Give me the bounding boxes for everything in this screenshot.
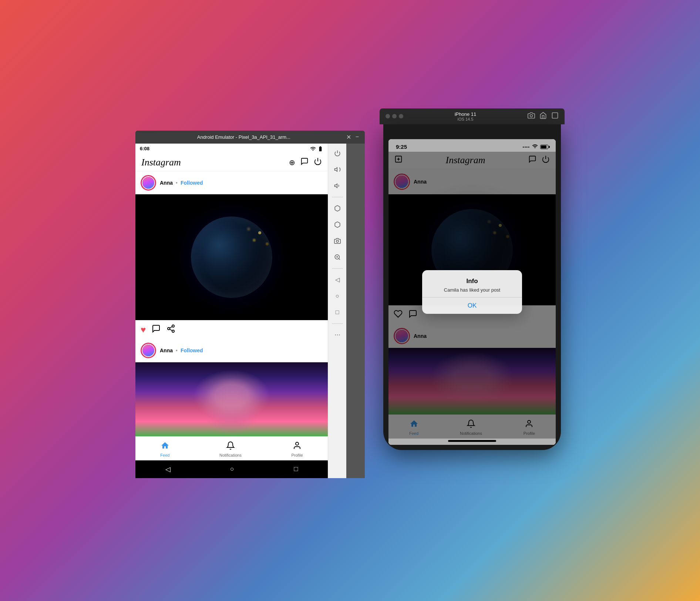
toolbar-home-btn[interactable]: ○ [331, 289, 344, 303]
android-emulator: Android Emulator - Pixel_3a_API_31_arm..… [135, 131, 365, 478]
post2-username: Anna [160, 347, 173, 353]
iphone-notch-area [388, 124, 556, 139]
svg-point-2 [168, 328, 170, 330]
svg-point-15 [530, 114, 533, 117]
sim-home-btn[interactable] [539, 112, 547, 121]
alert-dialog: Info Camila has liked your post OK [422, 270, 522, 314]
post1-dot: • [176, 180, 178, 186]
iphone-notch [446, 124, 498, 135]
iphone-device: 9:25 •••• [383, 124, 561, 450]
post2-followed[interactable]: Followed [181, 347, 203, 353]
emulator-title: Android Emulator - Pixel_3a_API_31_arm..… [141, 134, 346, 140]
toolbar-rotate-right-btn[interactable] [331, 218, 344, 231]
toolbar-divider-3 [332, 323, 343, 324]
svg-point-10 [336, 240, 339, 242]
notifications-icon [226, 441, 235, 452]
instagram-header: Instagram ⊕ [135, 154, 328, 171]
window-controls: ✕ − [346, 134, 359, 141]
sim-dot-1 [386, 114, 390, 118]
toolbar-rotate-left-btn[interactable] [331, 202, 344, 215]
sim-dots [386, 114, 403, 118]
emulator-toolbar: ◁ ○ □ ⋯ [328, 144, 346, 478]
toolbar-divider-1 [332, 197, 343, 197]
svg-marker-8 [334, 167, 337, 171]
comment-icon[interactable] [152, 324, 161, 335]
alert-content: Info Camila has liked your post [422, 270, 522, 297]
messages-icon[interactable] [300, 157, 309, 167]
post1-username: Anna [160, 180, 173, 186]
sim-device-name: iPhone 11 [403, 111, 528, 117]
alert-overlay: Info Camila has liked your post OK [388, 139, 556, 445]
earth-globe [191, 216, 272, 298]
nav-profile[interactable]: Profile [285, 440, 309, 459]
sim-controls [528, 112, 559, 121]
android-status-icons [310, 146, 323, 152]
sim-title: iPhone 11 iOS 14.5 [403, 111, 528, 121]
android-status-bar: 6:08 [135, 144, 328, 154]
post2-avatar[interactable] [141, 343, 156, 358]
iphone-screen: 9:25 •••• [388, 139, 556, 445]
emulator-titlebar: Android Emulator - Pixel_3a_API_31_arm..… [135, 131, 365, 144]
toolbar-volume-up-btn[interactable] [331, 163, 344, 176]
sim-rotate-btn[interactable] [551, 112, 559, 121]
sim-dot-2 [392, 114, 397, 118]
alert-title: Info [428, 278, 516, 285]
toolbar-square-btn[interactable]: □ [331, 306, 344, 319]
post1-followed[interactable]: Followed [181, 180, 203, 186]
android-phone: 6:08 Instagram ⊕ [135, 144, 328, 478]
emulator-body: 6:08 Instagram ⊕ [135, 144, 365, 478]
svg-point-1 [172, 325, 174, 327]
feed-label: Feed [160, 453, 169, 457]
svg-point-3 [172, 330, 174, 332]
profile-label: Profile [291, 453, 303, 457]
svg-marker-9 [334, 184, 337, 188]
post1-header: Anna • Followed [135, 171, 328, 194]
android-bottom-nav: Feed Notifications Profile [135, 436, 328, 460]
toolbar-back-btn[interactable]: ◁ [331, 273, 344, 286]
notifications-label: Notifications [219, 453, 242, 457]
svg-line-5 [170, 326, 172, 328]
toolbar-screenshot-btn[interactable] [331, 234, 344, 248]
alert-message: Camila has liked your post [428, 287, 516, 293]
toolbar-divider-2 [332, 268, 343, 269]
like-icon[interactable]: ♥ [141, 325, 146, 335]
sim-screenshot-btn[interactable] [528, 112, 535, 121]
sim-os-version: iOS 14.5 [403, 117, 528, 121]
header-icons: ⊕ [289, 157, 322, 167]
post1-actions: ♥ [135, 320, 328, 339]
toolbar-volume-down-btn[interactable] [331, 179, 344, 192]
android-time: 6:08 [140, 146, 149, 151]
android-nav-bar: ◁ ○ □ [135, 460, 328, 478]
sim-dot-3 [399, 114, 403, 118]
svg-rect-16 [552, 113, 558, 118]
feed-icon [161, 441, 169, 452]
post2-header: Anna • Followed [135, 339, 328, 362]
android-home-btn[interactable]: ○ [230, 465, 234, 473]
post2-user-info: Anna • Followed [160, 347, 203, 353]
svg-line-4 [170, 329, 172, 330]
profile-icon [293, 441, 302, 452]
iphone-simulator: iPhone 11 iOS 14.5 [380, 108, 565, 450]
post1-user-info: Anna • Followed [160, 180, 203, 186]
close-icon[interactable]: ✕ [346, 134, 351, 141]
share-icon[interactable] [166, 324, 175, 335]
post2-dot: • [176, 347, 178, 353]
post1-image [135, 194, 328, 320]
post2-image [135, 362, 328, 436]
toolbar-more-btn[interactable]: ⋯ [331, 328, 344, 342]
post1-avatar[interactable] [141, 175, 156, 191]
toolbar-zoom-btn[interactable] [331, 251, 344, 264]
android-back-btn[interactable]: ◁ [165, 465, 171, 473]
android-recents-btn[interactable]: □ [294, 465, 298, 473]
toolbar-power-btn[interactable] [331, 147, 344, 160]
simulator-bar: iPhone 11 iOS 14.5 [380, 108, 565, 124]
minimize-icon[interactable]: − [356, 134, 359, 141]
nav-feed[interactable]: Feed [154, 440, 175, 459]
add-post-icon[interactable]: ⊕ [289, 158, 295, 167]
svg-line-12 [339, 258, 340, 259]
alert-ok-button[interactable]: OK [422, 298, 522, 314]
svg-point-6 [296, 442, 299, 445]
nav-notifications[interactable]: Notifications [213, 440, 248, 459]
instagram-logo: Instagram [141, 157, 181, 168]
power-icon[interactable] [314, 157, 322, 167]
